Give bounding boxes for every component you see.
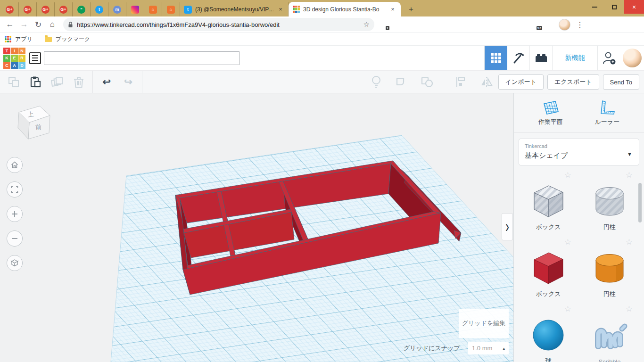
view-controls [7,157,23,271]
delete-button[interactable] [71,74,87,90]
design-properties-button[interactable] [29,52,41,64]
ungroup-button[interactable] [419,74,435,90]
paste-button[interactable] [27,74,43,90]
add-collaborator-button[interactable] [598,46,620,70]
extension-icon[interactable]: S [519,20,528,29]
blocks-grid-icon [491,53,501,63]
favorite-star-icon[interactable]: ☆ [626,304,633,314]
favorite-star-icon[interactable]: ☆ [564,170,571,180]
duplicate-button[interactable] [49,74,65,90]
extension-icon[interactable]: ▯ [443,20,451,29]
browser-tab[interactable]: ” [73,2,91,16]
bookmark-folder[interactable]: ブックマーク [45,35,90,43]
address-bar[interactable]: https://www.tinkercad.com/things/f1x6mFz… [63,18,374,31]
browser-tab[interactable]: G+ [1,2,19,16]
shape-scribble[interactable]: ☆ Scribble [579,304,640,362]
close-window-button[interactable]: × [624,0,644,14]
window-controls: × [585,0,644,14]
extension-icon[interactable]: ▣1 [379,20,388,29]
group-button[interactable] [394,74,410,90]
export-button[interactable]: エクスポート [547,74,599,90]
browser-tab[interactable]: G+ [37,2,55,16]
tab-title: 3D design Glorious Stantia-Bo [303,6,386,13]
close-tab-icon[interactable]: × [389,6,396,13]
forward-icon[interactable]: → [17,18,31,31]
extension-icon[interactable]: ◆97 [532,20,540,29]
extension-icon[interactable]: ON [545,20,553,29]
shape-sphere[interactable]: ☆ 球 [518,304,579,362]
favorite-star-icon[interactable]: ☆ [564,304,571,314]
extension-icon[interactable]: V [468,20,477,29]
workplane-tool[interactable]: 作業平面 [538,100,563,126]
send-to-button[interactable]: Send To [603,74,639,90]
shape-box-red[interactable]: ☆ ボックス [518,237,579,302]
bookmark-apps[interactable]: アプリ [5,35,33,43]
extension-icon[interactable]: ✶ [430,20,438,29]
shape-cylinder-striped[interactable]: ☆ 円柱 [579,170,640,235]
extension-icon[interactable]: 01 [494,20,502,29]
snap-grid-select[interactable]: 1.0 mm ▴ [468,342,509,354]
new-features-button[interactable]: 新機能 [553,46,598,70]
back-icon[interactable]: ← [3,18,17,31]
view-cube[interactable]: 上 前 [5,97,57,149]
browser-tab[interactable]: m [108,2,126,16]
align-button[interactable] [453,74,469,90]
shape-library-dropdown[interactable]: Tinkercad 基本シェイプ ▼ [519,139,639,165]
home-view-button[interactable] [7,157,23,173]
design-name-input[interactable] [44,51,239,65]
minimize-button[interactable] [585,0,604,14]
reload-icon[interactable]: ↻ [31,18,45,31]
favorite-star-icon[interactable]: ☆ [564,237,571,247]
close-tab-icon[interactable]: × [277,6,284,13]
zoom-out-button[interactable] [7,230,23,247]
panel-scrollbar[interactable] [638,183,642,222]
brick-export-button[interactable] [530,46,553,70]
browser-profile-avatar[interactable] [559,19,570,31]
fit-view-button[interactable] [7,181,23,197]
tinkercad-logo[interactable]: TINKERCAD [3,48,25,69]
user-avatar[interactable] [623,49,642,67]
extension-icon[interactable]: ϟ [455,20,464,29]
browser-tab[interactable]: t [91,2,108,16]
restore-button[interactable] [604,0,624,14]
browser-tab[interactable] [126,2,144,16]
mirror-button[interactable] [479,74,495,90]
redo-button[interactable]: ↪ [120,74,136,90]
shape-cylinder-orange[interactable]: ☆ 円柱 [579,237,640,302]
extension-icon[interactable]: ≣ [405,20,413,29]
design-canvas[interactable]: 上 前 [0,93,514,362]
extension-icon[interactable]: ↗ [417,20,426,29]
bookmark-star-icon[interactable]: ☆ [363,20,370,29]
new-tab-button[interactable]: + [405,3,418,16]
logo-cell: I [11,48,18,54]
browser-menu-icon[interactable]: ⋮ [574,20,586,29]
browser-tab[interactable]: G+ [19,2,37,16]
import-button[interactable]: インポート [498,74,544,90]
minecraft-export-button[interactable] [507,46,530,70]
perspective-icon [10,258,19,268]
browser-tab[interactable]: ⌂ [162,2,180,16]
browser-tab[interactable]: ⌂ [144,2,162,16]
extension-icon[interactable]: ◉ [506,20,515,29]
blocks-view-button[interactable] [485,46,507,70]
shape-box-striped[interactable]: ☆ ボックス [518,170,579,235]
favorite-star-icon[interactable]: ☆ [626,170,633,180]
zoom-out-icon [10,234,19,243]
favorite-star-icon[interactable]: ☆ [626,237,633,247]
sphere-thumb [528,313,569,355]
show-all-button[interactable] [368,74,384,90]
copy-button[interactable] [6,74,22,90]
collapse-panel-button[interactable]: › [502,213,513,240]
undo-button[interactable]: ↩ [99,74,115,90]
browser-tab-tinkercad-active[interactable]: 3D design Glorious Stantia-Bo × [289,2,401,16]
home-icon[interactable]: ⌂ [45,18,59,31]
extension-icon[interactable]: W [392,20,400,29]
lightbulb-icon [370,75,382,89]
perspective-toggle-button[interactable] [7,255,23,271]
browser-tab-twitter[interactable]: t (3) @SomeoneMentsuyu/VIP… × [180,2,289,16]
extension-icon[interactable]: ◎ [481,20,489,29]
edit-grid-button[interactable]: グリッドを編集 [459,309,509,338]
ruler-tool[interactable]: ルーラー [595,100,620,126]
zoom-in-button[interactable] [7,206,23,222]
browser-tab[interactable]: G+ [55,2,73,16]
